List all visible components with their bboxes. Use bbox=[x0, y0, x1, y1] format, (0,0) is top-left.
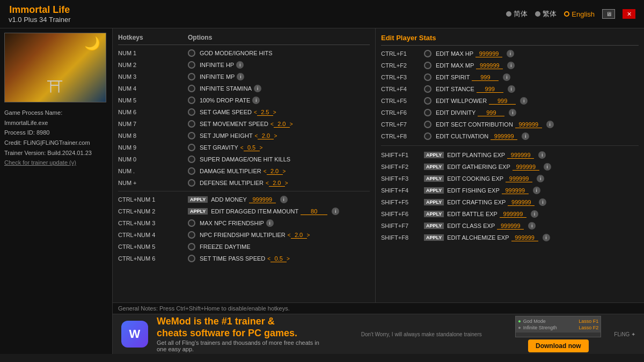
val-num9[interactable]: 0.5 bbox=[244, 144, 260, 151]
val-ctrlf7[interactable]: 999999 bbox=[515, 121, 542, 128]
toggle-num7[interactable] bbox=[188, 120, 195, 128]
val-shiftf3[interactable]: 999999 bbox=[506, 175, 532, 182]
update-link-row[interactable]: Check for trainer update (v) bbox=[4, 158, 108, 168]
val-ctrlf6[interactable]: 999 bbox=[478, 109, 504, 116]
toggle-num4[interactable] bbox=[188, 85, 195, 92]
toggle-num2[interactable] bbox=[188, 61, 195, 69]
toggle-ctrlf8[interactable] bbox=[424, 132, 431, 140]
toggle-ctrlf3[interactable] bbox=[424, 73, 431, 81]
val-ctrlnum1[interactable]: 999999 bbox=[249, 196, 276, 203]
arrow-right-num8[interactable]: > bbox=[274, 133, 277, 139]
sidebar: Game Process Name: ImmortalLife.exe Proc… bbox=[0, 28, 113, 354]
toggle-ctrlnum4[interactable] bbox=[188, 231, 195, 239]
val-shiftf4[interactable]: 999999 bbox=[502, 187, 529, 194]
val-shiftf5[interactable]: 999999 bbox=[508, 199, 535, 206]
info-shiftf8[interactable]: i bbox=[543, 234, 550, 241]
toggle-num9[interactable] bbox=[188, 144, 195, 151]
info-shiftf4[interactable]: i bbox=[533, 187, 540, 194]
info-shiftf1[interactable]: i bbox=[538, 151, 546, 159]
info-shiftf5[interactable]: i bbox=[539, 198, 546, 206]
val-shiftf2[interactable]: 999999 bbox=[513, 164, 539, 171]
option-row-ctrlnum2: CTRL+NUM 2 APPLY EDIT DRAGGED ITEM AMOUN… bbox=[118, 205, 370, 217]
val-shiftf7[interactable]: 999999 bbox=[497, 223, 524, 230]
val-num8[interactable]: 2.0 bbox=[258, 132, 274, 139]
hotkey-num3: NUM 3 bbox=[118, 73, 188, 80]
apply-ctrlnum1: APPLY bbox=[188, 196, 208, 203]
info-num5[interactable]: i bbox=[252, 97, 260, 104]
val-ctrlf8[interactable]: 999999 bbox=[491, 133, 517, 140]
info-ctrlf7[interactable]: i bbox=[546, 121, 554, 128]
download-button[interactable]: Download now bbox=[528, 339, 589, 352]
info-num4[interactable]: i bbox=[254, 85, 261, 92]
arrow-right-numdot[interactable]: > bbox=[283, 168, 286, 174]
toggle-ctrlf7[interactable] bbox=[424, 121, 431, 128]
toggle-numdot[interactable] bbox=[188, 167, 195, 175]
arrow-right-ctrlnum4[interactable]: > bbox=[307, 232, 310, 238]
val-numplus[interactable]: 2.0 bbox=[269, 180, 285, 187]
val-ctrlnum4[interactable]: 2.0 bbox=[291, 232, 307, 239]
info-shiftf7[interactable]: i bbox=[528, 222, 536, 230]
val-ctrlnum2[interactable]: 80 bbox=[301, 208, 327, 215]
toggle-num8[interactable] bbox=[188, 132, 195, 139]
exp-row-shiftf2: SHIFT+F2 APPLY EDIT GATHERING EXP 999999… bbox=[381, 161, 639, 173]
info-ctrlf3[interactable]: i bbox=[503, 73, 510, 81]
info-ctrlnum1[interactable]: i bbox=[280, 196, 288, 203]
options-right: Edit Player Stats CTRL+F1 EDIT MAX HP 99… bbox=[376, 28, 644, 302]
toggle-ctrlf5[interactable] bbox=[424, 97, 431, 105]
val-ctrlf5[interactable]: 999 bbox=[489, 98, 516, 105]
toggle-num0[interactable] bbox=[188, 156, 195, 163]
toggle-ctrlnum5[interactable] bbox=[188, 243, 195, 250]
label-shiftf4: EDIT FISHING EXP bbox=[447, 187, 500, 194]
arrow-right-num7[interactable]: > bbox=[290, 121, 293, 127]
info-ctrlf2[interactable]: i bbox=[507, 62, 515, 69]
toggle-ctrlf6[interactable] bbox=[424, 109, 431, 116]
info-num2[interactable]: i bbox=[236, 61, 244, 69]
label-num2: INFINITE HP bbox=[200, 62, 234, 68]
info-ctrlnum2[interactable]: i bbox=[332, 208, 339, 215]
lang-english[interactable]: English bbox=[564, 10, 595, 18]
val-shiftf1[interactable]: 999999 bbox=[507, 152, 534, 159]
val-ctrlf1[interactable]: 999999 bbox=[475, 50, 502, 57]
info-shiftf3[interactable]: i bbox=[537, 175, 544, 182]
toggle-ctrlf1[interactable] bbox=[424, 50, 431, 57]
label-num4: INFINITE STAMINA bbox=[200, 85, 252, 92]
info-ctrlf5[interactable]: i bbox=[520, 97, 528, 105]
arrow-right-numplus[interactable]: > bbox=[285, 180, 288, 186]
val-ctrlf2[interactable]: 999999 bbox=[476, 62, 503, 69]
info-shiftf6[interactable]: i bbox=[531, 210, 538, 218]
lang-simplified[interactable]: 简体 bbox=[506, 9, 528, 19]
ad-right: ●God Mode Lasso F1 ●Infinite Strength La… bbox=[515, 316, 601, 352]
val-ctrlnum6[interactable]: 0.5 bbox=[270, 255, 287, 262]
val-num7[interactable]: 2.0 bbox=[274, 121, 290, 128]
val-numdot[interactable]: 2.0 bbox=[267, 168, 283, 175]
val-shiftf8[interactable]: 999999 bbox=[511, 234, 538, 241]
toggle-ctrlnum3[interactable] bbox=[188, 219, 195, 227]
update-link[interactable]: Check for trainer update (v) bbox=[4, 159, 76, 166]
info-ctrlf1[interactable]: i bbox=[507, 50, 514, 57]
info-shiftf2[interactable]: i bbox=[544, 163, 551, 171]
toggle-ctrlf4[interactable] bbox=[424, 85, 431, 93]
minimize-button[interactable]: 🖥 bbox=[602, 9, 615, 19]
info-ctrlf4[interactable]: i bbox=[508, 85, 515, 93]
info-ctrlf6[interactable]: i bbox=[509, 109, 516, 116]
val-num6[interactable]: 2.5 bbox=[257, 109, 273, 116]
toggle-ctrlf2[interactable] bbox=[424, 62, 431, 69]
info-num3[interactable]: i bbox=[237, 73, 244, 80]
info-ctrlnum3[interactable]: i bbox=[266, 219, 274, 227]
info-ctrlf8[interactable]: i bbox=[522, 132, 529, 140]
arrow-right-num6[interactable]: > bbox=[273, 109, 276, 115]
toggle-num3[interactable] bbox=[188, 73, 195, 80]
toggle-ctrlnum6[interactable] bbox=[188, 255, 195, 262]
toggle-num6[interactable] bbox=[188, 108, 195, 116]
arrow-right-num9[interactable]: > bbox=[260, 145, 263, 151]
val-ctrlf4[interactable]: 999 bbox=[477, 86, 503, 93]
toggle-numplus[interactable] bbox=[188, 179, 195, 187]
toggle-num5[interactable] bbox=[188, 97, 195, 104]
val-ctrlf3[interactable]: 999 bbox=[472, 74, 499, 81]
lang-traditional[interactable]: 繁体 bbox=[535, 9, 557, 19]
close-button[interactable]: ✕ bbox=[623, 9, 635, 19]
val-shiftf6[interactable]: 999999 bbox=[500, 211, 526, 218]
toggle-num1[interactable] bbox=[188, 49, 195, 57]
arrow-right-ctrlnum6[interactable]: > bbox=[287, 256, 290, 262]
label-num3: INFINITE MP bbox=[200, 73, 235, 80]
